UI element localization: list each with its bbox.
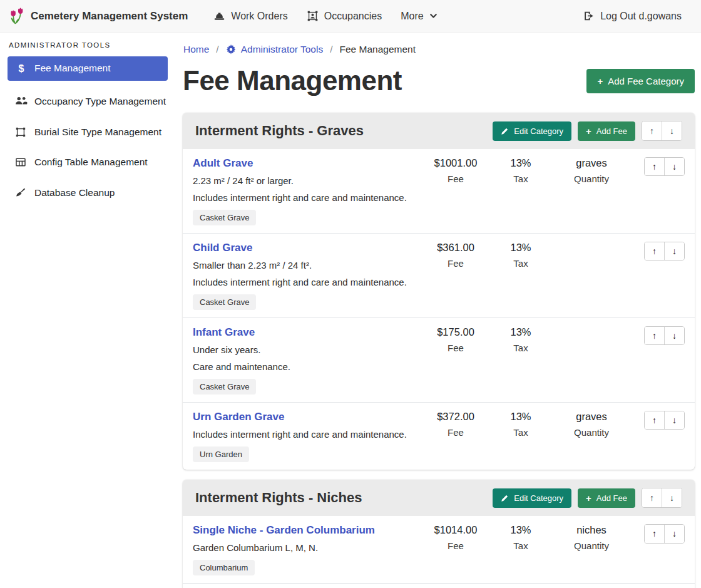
edit-category-button[interactable]: Edit Category — [493, 488, 571, 508]
nav-item-label: More — [401, 11, 423, 22]
category-header: Interment Rights - Niches Edit Category … — [183, 480, 695, 516]
move-fee-down-button[interactable]: ↓ — [664, 525, 684, 542]
fee-reorder-group: ↑ ↓ — [644, 411, 685, 430]
category-reorder-group: ↑ ↓ — [642, 121, 682, 141]
add-fee-category-button[interactable]: + Add Fee Category — [586, 69, 695, 93]
breadcrumb-admin-tools-link[interactable]: Administrator Tools — [226, 44, 324, 55]
breadcrumb-separator: / — [330, 44, 332, 55]
fee-description: Garden Columbarium L, M, N. — [193, 542, 419, 553]
move-fee-down-button[interactable]: ↓ — [664, 158, 684, 175]
fee-amount: $175.00 — [423, 326, 488, 338]
tax-label: Tax — [488, 540, 553, 551]
fee-reorder-group: ↑ ↓ — [644, 242, 685, 260]
breadcrumb-admin-tools-label: Administrator Tools — [241, 44, 324, 55]
sidebar-item-burial-site-type-management[interactable]: Burial Site Type Management — [8, 121, 168, 143]
tax-value: 13% — [488, 411, 553, 423]
fee-name-link[interactable]: Child Grave — [193, 242, 252, 254]
fee-amount-cell: $372.00 Fee — [423, 411, 488, 462]
table-icon — [15, 157, 28, 168]
fee-label: Fee — [423, 343, 488, 353]
move-fee-up-button[interactable]: ↑ — [645, 411, 664, 429]
quantity-cell: niches Quantity — [553, 524, 630, 575]
fee-name-link[interactable]: Single Niche - Garden Columbarium — [193, 524, 375, 537]
fee-name-link[interactable]: Infant Grave — [193, 326, 255, 339]
fee-description: 2.23 m² / 24 ft² or larger. — [193, 175, 419, 186]
fee-row: Infant Grave Under six years. Care and m… — [183, 317, 695, 402]
move-fee-up-button[interactable]: ↑ — [645, 327, 664, 344]
page-title: Fee Management — [183, 65, 402, 96]
sidebar-item-label: Config Table Management — [34, 156, 148, 168]
fee-reorder-group: ↑ ↓ — [644, 524, 685, 543]
tulip-logo-icon — [10, 8, 24, 24]
edit-category-label: Edit Category — [514, 493, 563, 503]
fee-amount-cell: $1001.00 Fee — [423, 157, 488, 225]
sidebar-item-fee-management[interactable]: $ Fee Management — [8, 56, 168, 81]
move-fee-down-button[interactable]: ↓ — [664, 327, 684, 344]
plus-icon: + — [586, 126, 591, 136]
add-fee-button[interactable]: + Add Fee — [578, 488, 635, 508]
breadcrumb-home-link[interactable]: Home — [183, 44, 209, 55]
sidebar-item-database-cleanup[interactable]: Database Cleanup — [8, 182, 168, 204]
quantity-cell: graves Quantity — [553, 411, 630, 462]
fee-row: Single Niche - Garden Columbarium Garden… — [183, 516, 695, 583]
nav-item-work-orders[interactable]: Work Orders — [213, 10, 287, 22]
sidebar-item-label: Fee Management — [34, 62, 111, 75]
add-fee-button[interactable]: + Add Fee — [578, 121, 635, 141]
edit-category-button[interactable]: Edit Category — [493, 121, 571, 141]
tax-value: 13% — [488, 242, 553, 254]
fee-reorder-group: ↑ ↓ — [644, 157, 685, 176]
fee-name-link[interactable]: Adult Grave — [193, 157, 253, 170]
tax-label: Tax — [488, 258, 553, 269]
tax-value: 13% — [488, 326, 553, 338]
move-fee-up-button[interactable]: ↑ — [645, 525, 664, 542]
tax-cell: 13% Tax — [488, 326, 553, 395]
tax-value: 13% — [488, 524, 553, 536]
top-navbar: Cemetery Management System Work Orders O… — [0, 0, 701, 33]
fee-amount: $1001.00 — [423, 157, 488, 169]
fee-badge: Columbarium — [193, 560, 255, 575]
nav-item-more[interactable]: More — [401, 11, 437, 22]
move-fee-down-button[interactable]: ↓ — [664, 411, 684, 429]
add-fee-label: Add Fee — [596, 493, 627, 503]
add-fee-label: Add Fee — [596, 126, 627, 136]
fee-name-link[interactable]: Urn Garden Grave — [193, 411, 284, 423]
pencil-icon — [501, 494, 509, 502]
fee-amount-cell: $175.00 Fee — [423, 326, 488, 395]
move-category-down-button[interactable]: ↓ — [662, 121, 682, 140]
move-fee-down-button[interactable]: ↓ — [664, 242, 684, 260]
sidebar-item-label: Occupancy Type Management — [34, 95, 166, 108]
tax-label: Tax — [488, 173, 553, 184]
fee-description: Smaller than 2.23 m² / 24 ft². — [193, 260, 419, 271]
move-category-down-button[interactable]: ↓ — [662, 488, 682, 507]
fee-label: Fee — [423, 258, 488, 269]
fee-row: Adult Grave 2.23 m² / 24 ft² or larger. … — [183, 149, 695, 233]
move-fee-up-button[interactable]: ↑ — [645, 242, 664, 260]
move-fee-up-button[interactable]: ↑ — [645, 158, 664, 175]
fee-amount: $1014.00 — [423, 524, 488, 536]
pencil-icon — [501, 127, 509, 135]
category-title: Interment Rights - Graves — [195, 123, 493, 139]
occupancy-frame-icon — [307, 10, 319, 22]
fee-row: Urn Garden Grave Includes interment righ… — [183, 402, 695, 470]
brand[interactable]: Cemetery Management System — [10, 8, 188, 24]
move-category-up-button[interactable]: ↑ — [642, 488, 662, 507]
plot-corners-icon — [15, 126, 28, 138]
quantity-value: graves — [553, 157, 630, 169]
move-category-up-button[interactable]: ↑ — [642, 121, 662, 140]
fee-label: Fee — [423, 427, 488, 438]
tax-cell: 13% Tax — [488, 411, 553, 462]
fee-description: Under six years. — [193, 344, 419, 355]
edit-category-label: Edit Category — [514, 126, 563, 136]
breadcrumb: Home / Administrator Tools / Fee Managem… — [183, 44, 695, 55]
sidebar-item-config-table-management[interactable]: Config Table Management — [8, 152, 168, 173]
broom-icon — [15, 187, 28, 199]
hard-hat-icon — [213, 10, 225, 22]
nav-item-occupancies[interactable]: Occupancies — [307, 10, 382, 22]
tax-cell: 13% Tax — [488, 524, 553, 575]
dollar-icon: $ — [15, 63, 28, 75]
logout-link[interactable]: Log Out d.gowans — [583, 10, 682, 22]
fee-badge: Casket Grave — [193, 294, 256, 310]
quantity-label: Quantity — [553, 540, 630, 551]
fee-category-card: Interment Rights - Niches Edit Category … — [183, 480, 695, 588]
sidebar-item-occupancy-type-management[interactable]: Occupancy Type Management — [8, 91, 168, 112]
